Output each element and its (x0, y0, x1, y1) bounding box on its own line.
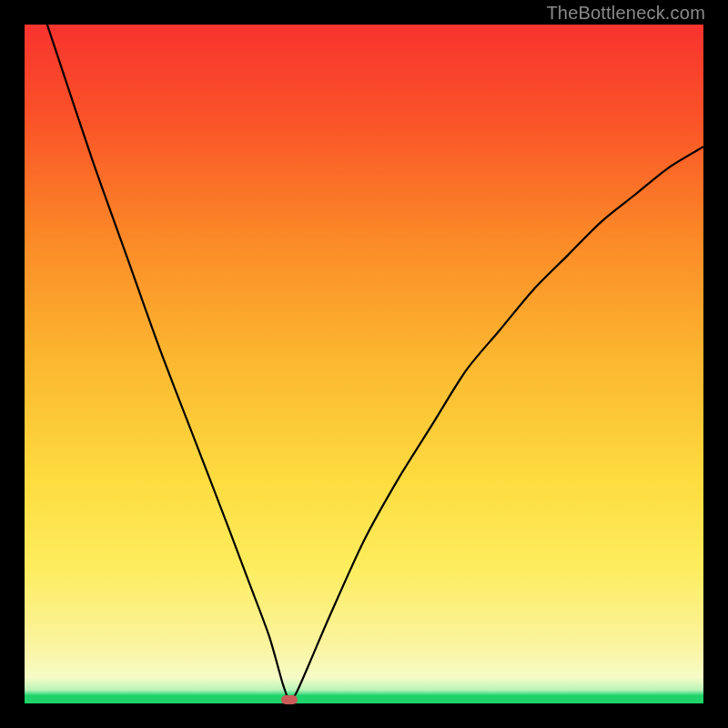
bottleneck-curve (25, 25, 703, 703)
plot-area (25, 25, 703, 703)
chart-frame: TheBottleneck.com (0, 0, 728, 728)
attribution-text: TheBottleneck.com (546, 3, 705, 24)
optimum-marker (281, 695, 298, 704)
